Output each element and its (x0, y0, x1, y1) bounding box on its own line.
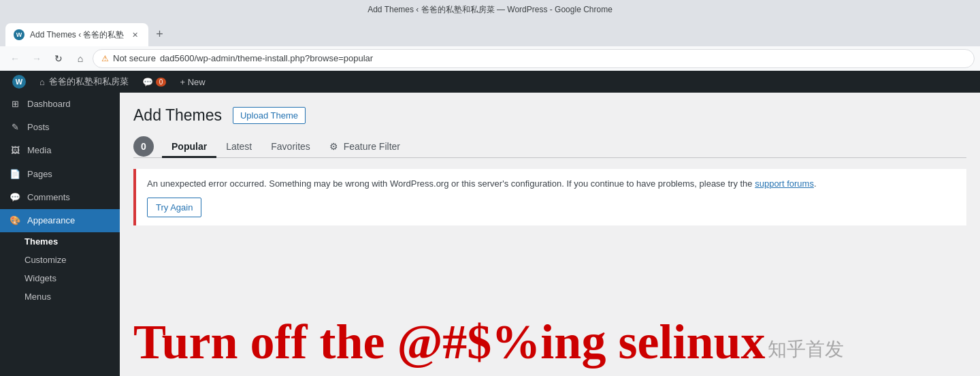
page-title-row: Add Themes Upload Theme (133, 106, 966, 125)
chrome-tab-active[interactable]: W Add Themes ‹ 爸爸的私塾 ✕ (5, 23, 148, 46)
sidebar-item-dashboard[interactable]: ⊞ Dashboard (0, 93, 120, 116)
chrome-tabbar: W Add Themes ‹ 爸爸的私塾 ✕ + (0, 19, 980, 46)
sidebar-item-posts[interactable]: ✎ Posts (0, 116, 120, 139)
forward-button[interactable]: → (27, 49, 46, 68)
sidebar-item-dashboard-label: Dashboard (27, 98, 71, 110)
new-tab-button[interactable]: + (148, 23, 170, 45)
comments-icon: 💬 (8, 191, 22, 204)
site-name-label: 爸爸的私塾和私房菜 (49, 76, 129, 88)
upload-theme-button[interactable]: Upload Theme (233, 107, 306, 124)
sidebar-submenu-widgets[interactable]: Widgets (0, 269, 120, 287)
customize-submenu-label: Customize (24, 255, 66, 265)
wp-adminbar: W ⌂ 爸爸的私塾和私房菜 💬 0 + New (0, 71, 980, 93)
tab-feature-filter[interactable]: ⚙ Feature Filter (320, 136, 410, 157)
sidebar-item-pages-label: Pages (27, 168, 52, 181)
tab-latest[interactable]: Latest (216, 136, 261, 157)
gear-icon: ⚙ (329, 141, 338, 152)
error-notice: An unexpected error occurred. Something … (133, 169, 966, 225)
security-warning-icon: ⚠ (101, 54, 109, 63)
appearance-submenu: Themes Customize Widgets Menus (0, 232, 120, 306)
tab-latest-label: Latest (226, 141, 252, 152)
big-red-text: Turn off the @#$%ing selinux (120, 309, 980, 376)
sidebar-submenu-menus[interactable]: Menus (0, 287, 120, 306)
sidebar-submenu-customize[interactable]: Customize (0, 251, 120, 269)
tab-close-icon[interactable]: ✕ (129, 29, 140, 40)
error-message-prefix: An unexpected error occurred. Something … (147, 178, 755, 189)
menus-submenu-label: Menus (24, 292, 51, 302)
sidebar-item-pages[interactable]: 📄 Pages (0, 163, 120, 186)
tab-favorites[interactable]: Favorites (261, 136, 320, 157)
pages-icon: 📄 (8, 168, 22, 181)
try-again-button[interactable]: Try Again (147, 198, 201, 217)
error-message-suffix: . (814, 178, 817, 189)
new-content-label: + New (180, 77, 205, 87)
wp-logo-item[interactable]: W (5, 71, 33, 93)
back-button[interactable]: ← (5, 49, 24, 68)
chrome-addressbar: ← → ↻ ⌂ ⚠ Not secure dad5600/wp-admin/th… (0, 46, 980, 71)
tab-label: Add Themes ‹ 爸爸的私塾 (30, 29, 124, 41)
home-button[interactable]: ⌂ (71, 49, 90, 68)
sidebar-item-appearance-label: Appearance (27, 215, 75, 227)
tab-popular-label: Popular (172, 141, 207, 152)
address-url: dad5600/wp-admin/theme-install.php?brows… (160, 53, 373, 63)
sidebar-item-comments[interactable]: 💬 Comments (0, 186, 120, 209)
wp-logo-icon: W (12, 75, 26, 89)
tab-favorites-label: Favorites (271, 141, 310, 152)
sidebar-item-appearance[interactable]: 🎨 Appearance (0, 209, 120, 232)
media-icon: 🖼 (8, 144, 22, 157)
widgets-submenu-label: Widgets (24, 273, 56, 283)
comment-bubble-icon: 💬 (142, 77, 153, 87)
tab-feature-filter-label: Feature Filter (344, 141, 400, 152)
site-name-icon: ⌂ (39, 77, 45, 87)
not-secure-label: Not secure (113, 53, 156, 63)
chinese-watermark: 知乎首发 (768, 336, 844, 362)
sidebar-item-comments-label: Comments (27, 191, 70, 204)
tab-favicon: W (14, 29, 24, 40)
sidebar: ⊞ Dashboard ✎ Posts 🖼 Media 📄 Pages 💬 Co… (0, 93, 120, 376)
comments-adminbar-item[interactable]: 💬 0 (135, 71, 174, 93)
error-message-text: An unexpected error occurred. Something … (147, 177, 956, 191)
dashboard-icon: ⊞ (8, 98, 22, 110)
theme-count-badge: 0 (133, 136, 154, 157)
sidebar-submenu-themes[interactable]: Themes (0, 232, 120, 251)
site-name-item[interactable]: ⌂ 爸爸的私塾和私房菜 (33, 71, 135, 93)
appearance-icon: 🎨 (8, 215, 22, 227)
sidebar-item-media-label: Media (27, 144, 51, 157)
support-forums-link[interactable]: support forums (755, 178, 814, 189)
sidebar-item-media[interactable]: 🖼 Media (0, 139, 120, 162)
address-bar[interactable]: ⚠ Not secure dad5600/wp-admin/theme-inst… (93, 49, 975, 68)
chrome-titlebar: Add Themes ‹ 爸爸的私塾和私房菜 — WordPress - Goo… (0, 0, 980, 19)
content-inner: Add Themes Upload Theme 0 Popular Latest… (120, 93, 980, 239)
new-content-item[interactable]: + New (173, 71, 212, 93)
posts-icon: ✎ (8, 121, 22, 134)
content-area: Add Themes Upload Theme 0 Popular Latest… (120, 93, 980, 376)
page-title: Add Themes (133, 106, 222, 125)
main-layout: ⊞ Dashboard ✎ Posts 🖼 Media 📄 Pages 💬 Co… (0, 93, 980, 376)
titlebar-text: Add Themes ‹ 爸爸的私塾和私房菜 — WordPress - Goo… (368, 4, 612, 16)
sidebar-item-posts-label: Posts (27, 121, 50, 134)
themes-submenu-label: Themes (24, 236, 58, 247)
refresh-button[interactable]: ↻ (49, 49, 68, 68)
tab-popular[interactable]: Popular (162, 136, 216, 157)
tabs-row: 0 Popular Latest Favorites ⚙ Feature Fil… (133, 136, 966, 158)
comment-count-badge: 0 (156, 78, 167, 87)
